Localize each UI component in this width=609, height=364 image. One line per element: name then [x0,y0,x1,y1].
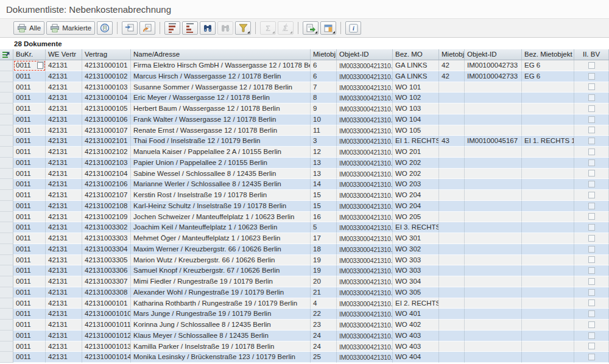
cell-vertrag[interactable]: 42131000104 [82,93,131,103]
cell-bez_mietobjekt[interactable] [522,158,574,169]
cell-mietobj1[interactable]: 24 [311,331,337,341]
cell-we_vertr[interactable]: 42131 [46,298,82,309]
row-select-button[interactable] [0,136,13,147]
cell-vertrag[interactable]: 42131000101 [82,298,131,309]
iibv-checkbox[interactable] [588,310,595,317]
cell-objekt_id1[interactable]: IM0033000421310... [337,352,393,363]
row-select-button[interactable] [0,212,13,223]
cell-name[interactable]: Monika Lesinsky / Brückenstraße 123 / 10… [131,352,311,363]
iibv-checkbox[interactable] [588,94,595,101]
iibv-checkbox[interactable] [588,332,595,339]
cell-bez_mo[interactable]: WO 304 [393,276,439,287]
cell-bez_mo[interactable]: WO 302 [393,244,439,255]
cell-mietobj1[interactable]: 24 [311,341,337,352]
cell-bukr[interactable]: 0011 [13,222,46,233]
cell-objekt_id2[interactable] [465,309,522,320]
cell-name[interactable]: Joachim Keil / Manteuffelplatz 1 / 10623… [131,222,311,233]
cell-we_vertr[interactable]: 42131 [46,212,82,223]
iibv-checkbox[interactable] [588,235,595,242]
cell-name[interactable]: Samuel Knopf / Kreuzbergstr. 67 / 10626 … [131,265,311,276]
cell-objekt_id2[interactable] [465,125,522,136]
display-document-button[interactable] [97,21,113,35]
cell-mietobj1[interactable]: 3 [311,136,337,147]
cell-mietobj2[interactable] [439,114,465,125]
cell-we_vertr[interactable]: 42131 [46,244,82,255]
cell-bez_mo[interactable]: WO 403 [393,341,439,352]
cell-bez_mo[interactable]: WO 104 [393,114,439,125]
row-select-button[interactable] [0,158,13,169]
cell-bez_mietobjekt[interactable] [522,352,574,363]
cell-mietobj1[interactable]: 22 [311,309,337,320]
cell-bez_mietobjekt[interactable] [522,265,574,276]
cell-mietobj2[interactable] [439,320,465,331]
cell-we_vertr[interactable]: 42131 [46,114,82,125]
cell-name[interactable]: Eric Meyer / Wassergasse 12 / 10178 Berl… [131,93,311,103]
col-header-objekt_id2[interactable]: Objekt-ID [465,49,522,60]
find-button[interactable] [200,21,216,35]
cell-objekt_id2[interactable] [465,331,522,341]
cell-bez_mo[interactable]: WO 301 [393,233,439,244]
cell-mietobj1[interactable]: 8 [311,93,337,103]
cell-bez_mietobjekt[interactable] [522,169,574,180]
iibv-checkbox[interactable] [588,159,595,166]
cell-vertrag[interactable]: 42131002102 [82,147,131,158]
cell-mietobj1[interactable]: 20 [311,276,337,287]
row-select-button[interactable] [0,265,13,276]
cell-name[interactable]: Frank Walter / Wassergasse 12 / 10178 Be… [131,114,311,125]
cell-bukr[interactable]: 0011 [13,201,46,212]
cell-vertrag[interactable]: 42131000101 [82,60,131,71]
cell-mietobj2[interactable] [439,190,465,201]
iibv-checkbox[interactable] [588,267,595,274]
cell-objekt_id2[interactable]: IM00100042733 [465,60,522,71]
iibv-checkbox[interactable] [588,192,595,198]
cell-bez_mietobjekt[interactable] [522,320,574,331]
cell-name[interactable]: Kerstin Rost / Inselstraße 19 / 10178 Be… [131,190,311,201]
cell-objekt_id2[interactable] [465,255,522,266]
cell-bez_mietobjekt[interactable] [522,244,574,255]
cell-bukr[interactable]: 0011 [13,276,46,287]
cell-objekt_id1[interactable]: IM0033000421310... [337,331,393,341]
cell-objekt_id2[interactable] [465,212,522,223]
col-header-we_vertr[interactable]: WE Vertr [46,49,82,60]
cell-bez_mo[interactable]: WO 303 [393,265,439,276]
cell-we_vertr[interactable]: 42131 [46,103,82,114]
cell-name[interactable]: Thai Food / Inselstraße 12 / 10179 Berli… [131,136,311,147]
row-select-button[interactable] [0,179,13,190]
cell-vertrag[interactable]: 421310001012 [82,331,131,341]
cell-bez_mo[interactable]: WO 204 [393,201,439,212]
cell-name[interactable]: Klaus Meyer / Schlossallee 8 / 12435 Ber… [131,331,311,341]
cell-mietobj2[interactable]: 42 [439,60,465,71]
cell-bez_mo[interactable]: WO 402 [393,320,439,331]
cell-objekt_id2[interactable] [465,103,522,114]
col-header-mietobj1[interactable]: Mietobj. [311,49,337,60]
cell-vertrag[interactable]: 42131002103 [82,158,131,169]
cell-objekt_id1[interactable]: IM0033000421310... [337,82,393,93]
cell-objekt_id1[interactable]: IM0033000421310... [337,287,393,298]
cell-vertrag[interactable]: 42131002101 [82,136,131,147]
cell-we_vertr[interactable]: 42131 [46,265,82,276]
cell-name[interactable]: Mars Junge / Rungestraße 19 / 10179 Berl… [131,309,311,320]
cell-vertrag[interactable]: 42131000103 [82,82,131,93]
cell-objekt_id1[interactable]: IM0033000421310... [337,233,393,244]
cell-name[interactable]: Marion Wutz / Kreuzbergstr. 66 / 10626 B… [131,255,311,266]
cell-mietobj2[interactable] [439,158,465,169]
cell-mietobj1[interactable]: 13 [311,169,337,180]
cell-bukr[interactable]: 0011 [13,93,46,103]
cell-bukr[interactable]: 0011 [13,331,46,341]
cell-we_vertr[interactable]: 42131 [46,82,82,93]
row-select-button[interactable] [0,341,13,352]
cell-bez_mietobjekt[interactable] [522,233,574,244]
cell-mietobj1[interactable]: 19 [311,265,337,276]
cell-bukr[interactable]: 0011 [13,179,46,190]
cell-objekt_id2[interactable] [465,276,522,287]
cell-we_vertr[interactable]: 42131 [46,71,82,82]
cell-objekt_id2[interactable] [465,190,522,201]
cell-bez_mietobjekt[interactable] [522,287,574,298]
cell-vertrag[interactable]: 42131002104 [82,169,131,180]
iibv-checkbox[interactable] [588,149,595,155]
cell-vertrag[interactable]: 421310001011 [82,320,131,331]
cell-bez_mo[interactable]: WO 202 [393,169,439,180]
row-select-button[interactable] [0,103,13,114]
cell-bukr[interactable]: 0011 [13,298,46,309]
select-all-button[interactable] [0,49,13,60]
